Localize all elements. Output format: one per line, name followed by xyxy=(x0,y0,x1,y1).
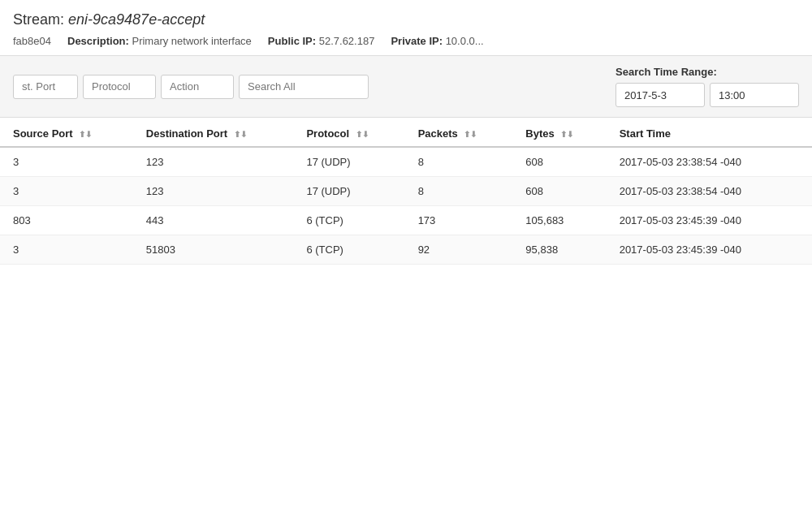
time-inputs xyxy=(615,83,799,107)
protocol-filter[interactable] xyxy=(83,75,156,99)
eni-id: fab8e04 xyxy=(13,35,51,47)
cell-dest-port: 443 xyxy=(133,206,294,235)
cell-protocol: 6 (TCP) xyxy=(293,235,404,265)
stream-label: Stream: xyxy=(13,11,64,28)
cell-packets: 8 xyxy=(405,177,513,206)
private-ip-label: Private IP: xyxy=(391,35,443,47)
col-header-source-port[interactable]: Source Port ⬆⬇ xyxy=(0,118,133,147)
stream-title: Stream: eni-9ca9487e-accept xyxy=(13,11,799,28)
toolbar-section: Search Time Range: xyxy=(0,56,812,118)
action-filter[interactable] xyxy=(161,75,234,99)
sort-icon-packets: ⬆⬇ xyxy=(464,130,477,139)
cell-packets: 92 xyxy=(405,235,513,265)
cell-dest-port: 51803 xyxy=(133,235,294,265)
cell-bytes: 95,838 xyxy=(512,235,606,265)
cell-packets: 173 xyxy=(405,206,513,235)
filters-left xyxy=(13,75,369,99)
cell-bytes: 608 xyxy=(512,147,606,177)
cell-start-time: 2017-05-03 23:38:54 -040 xyxy=(607,177,812,206)
time-range-label: Search Time Range: xyxy=(615,66,717,78)
cell-source-port: 3 xyxy=(0,177,133,206)
table-section: Source Port ⬆⬇ Destination Port ⬆⬇ Proto… xyxy=(0,118,812,265)
cell-source-port: 3 xyxy=(0,235,133,265)
cell-protocol: 17 (UDP) xyxy=(293,147,404,177)
table-row: 3 123 17 (UDP) 8 608 2017-05-03 23:38:54… xyxy=(0,147,812,177)
description-label: Description: xyxy=(67,35,129,47)
col-header-protocol[interactable]: Protocol ⬆⬇ xyxy=(293,118,404,147)
public-ip-label: Public IP: xyxy=(268,35,316,47)
table-row: 3 123 17 (UDP) 8 608 2017-05-03 23:38:54… xyxy=(0,177,812,206)
cell-start-time: 2017-05-03 23:38:54 -040 xyxy=(607,147,812,177)
table-row: 803 443 6 (TCP) 173 105,683 2017-05-03 2… xyxy=(0,206,812,235)
cell-source-port: 3 xyxy=(0,147,133,177)
table-header-row: Source Port ⬆⬇ Destination Port ⬆⬇ Proto… xyxy=(0,118,812,147)
meta-row: fab8e04 Description: Primary network int… xyxy=(13,35,799,47)
cell-protocol: 6 (TCP) xyxy=(293,206,404,235)
cell-dest-port: 123 xyxy=(133,177,294,206)
search-time-range: Search Time Range: xyxy=(615,66,799,107)
public-ip-value: 52.7.62.187 xyxy=(319,35,375,47)
sort-icon-bytes: ⬆⬇ xyxy=(560,130,573,139)
search-all-filter[interactable] xyxy=(239,75,369,99)
stream-name: eni-9ca9487e-accept xyxy=(68,11,205,28)
sort-icon-source-port: ⬆⬇ xyxy=(79,130,92,139)
cell-bytes: 608 xyxy=(512,177,606,206)
cell-packets: 8 xyxy=(405,147,513,177)
toolbar-row: Search Time Range: xyxy=(13,66,799,107)
dst-port-filter[interactable] xyxy=(13,75,78,99)
cell-source-port: 803 xyxy=(0,206,133,235)
data-table: Source Port ⬆⬇ Destination Port ⬆⬇ Proto… xyxy=(0,118,812,265)
col-header-bytes[interactable]: Bytes ⬆⬇ xyxy=(512,118,606,147)
col-header-dest-port[interactable]: Destination Port ⬆⬇ xyxy=(133,118,294,147)
cell-bytes: 105,683 xyxy=(512,206,606,235)
cell-dest-port: 123 xyxy=(133,147,294,177)
description-value: Primary network interface xyxy=(132,35,251,47)
cell-start-time: 2017-05-03 23:45:39 -040 xyxy=(607,235,812,265)
table-row: 3 51803 6 (TCP) 92 95,838 2017-05-03 23:… xyxy=(0,235,812,265)
time-input[interactable] xyxy=(710,83,799,107)
cell-protocol: 17 (UDP) xyxy=(293,177,404,206)
header-section: Stream: eni-9ca9487e-accept fab8e04 Desc… xyxy=(0,0,812,56)
cell-start-time: 2017-05-03 23:45:39 -040 xyxy=(607,206,812,235)
sort-icon-protocol: ⬆⬇ xyxy=(356,130,369,139)
col-header-packets[interactable]: Packets ⬆⬇ xyxy=(405,118,513,147)
sort-icon-dest-port: ⬆⬇ xyxy=(234,130,247,139)
date-input[interactable] xyxy=(615,83,705,107)
col-header-start-time: Start Time xyxy=(607,118,812,147)
private-ip-value: 10.0.0... xyxy=(446,35,484,47)
